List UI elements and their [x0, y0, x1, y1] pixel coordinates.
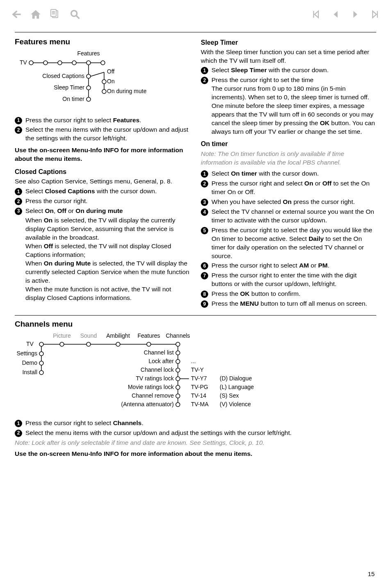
svg-text:Lock after: Lock after [149, 358, 174, 364]
step-text: Press the cursor right and select On or … [211, 179, 376, 197]
svg-text:(Antenna attenuator): (Antenna attenuator) [121, 401, 174, 407]
back-arrow-icon[interactable] [10, 8, 22, 21]
step-text: Press the cursor right to select Channel… [25, 419, 376, 428]
svg-point-10 [43, 61, 48, 65]
left-column: Features menu Features TV [15, 37, 190, 309]
first-page-icon[interactable] [310, 8, 322, 21]
svg-point-57 [39, 361, 43, 365]
toolbar-left [10, 8, 81, 21]
svg-point-45 [86, 342, 91, 346]
next-page-icon[interactable] [349, 8, 361, 21]
step-number-badge: 1 [201, 170, 208, 178]
step-number-badge: 1 [15, 420, 22, 427]
svg-text:On: On [107, 78, 115, 85]
svg-text:Channels: Channels [166, 332, 190, 339]
svg-text:(V) Violence: (V) Violence [220, 401, 251, 407]
svg-text:Features: Features [137, 332, 160, 339]
mid-rule [15, 315, 376, 316]
step-text: Select the TV channel or external source… [211, 208, 376, 225]
features-info-note: Use the on-screen Menu-Info INFO for mor… [15, 146, 190, 163]
svg-text:TV-MA: TV-MA [191, 401, 209, 407]
svg-point-12 [72, 61, 76, 65]
step-number-badge: 2 [201, 180, 208, 188]
step-text: Select Sleep Timer with the cursor down. [211, 66, 376, 75]
svg-text:Settings: Settings [16, 350, 37, 357]
svg-text:Demo: Demo [22, 359, 38, 366]
ontimer-step-7: 7Press the cursor right to enter the tim… [201, 271, 376, 288]
channels-diagram: Picture Sound Ambilight Features Channel… [15, 332, 376, 412]
top-rule [15, 32, 376, 32]
svg-text:Off: Off [107, 68, 115, 75]
pdf-toolbar [10, 4, 381, 25]
svg-line-29 [91, 72, 104, 76]
right-column: Sleep Timer With the Sleep timer functio… [201, 37, 376, 309]
ontimer-step-5: 5Press the cursor right to select the da… [201, 226, 376, 261]
svg-text:(D) Dialogue: (D) Dialogue [220, 375, 252, 382]
svg-point-23 [86, 86, 91, 90]
channels-step-2: 2Select the menu items with the cursor u… [15, 429, 376, 437]
svg-point-5 [71, 11, 77, 16]
step-number-badge: 3 [201, 199, 208, 206]
svg-text:TV-Y7: TV-Y7 [191, 375, 207, 382]
sleep-step-2: 2Press the cursor right to set the timeT… [201, 76, 376, 136]
toolbar-right [310, 8, 381, 21]
step-number-badge: 2 [15, 126, 22, 134]
svg-text:Install: Install [22, 369, 37, 375]
last-page-icon[interactable] [369, 8, 381, 21]
step-text: Select On, Off or On during mute [25, 207, 190, 215]
ontimer-note: Note: The On timer function is only avai… [201, 150, 376, 167]
step-number-badge: 3 [15, 208, 22, 215]
cc-head: Closed Captions [15, 167, 190, 176]
svg-text:Movie ratings lock: Movie ratings lock [128, 384, 174, 390]
svg-point-21 [86, 74, 91, 78]
svg-text:Channel remove: Channel remove [132, 392, 174, 399]
svg-point-73 [176, 385, 180, 389]
step-text: Press the cursor right to enter the time… [211, 271, 376, 288]
prev-page-icon[interactable] [330, 8, 342, 21]
svg-point-67 [176, 359, 180, 364]
step-number-badge: 7 [201, 272, 208, 279]
step-text: Select On timer with the cursor down. [211, 169, 376, 178]
step-text: Press the cursor right to select Feature… [25, 116, 190, 125]
sleep-step-1: 1Select Sleep Timer with the cursor down… [201, 66, 376, 75]
svg-point-48 [176, 342, 180, 346]
search-icon[interactable] [69, 8, 81, 21]
svg-point-77 [176, 403, 180, 407]
step-number-badge: 5 [201, 227, 208, 234]
features-step-1: 1Press the cursor right to select Featur… [15, 116, 190, 125]
svg-text:TV-Y: TV-Y [191, 366, 204, 373]
svg-text:Picture: Picture [53, 332, 71, 339]
svg-point-46 [116, 342, 120, 346]
svg-text:Sound: Sound [80, 332, 97, 339]
step-number-badge: 2 [201, 77, 208, 84]
svg-point-43 [39, 342, 43, 346]
cc-see: See also Caption Service, Settings menu,… [15, 177, 190, 186]
step-text: Select the menu items with the cursor up… [25, 429, 376, 437]
svg-point-11 [58, 61, 62, 65]
step-number-badge: 8 [201, 291, 208, 298]
step-text: When you have selected On press the curs… [211, 198, 376, 206]
features-diagram: Features TV Closed Captions Sleep Timer [15, 50, 190, 110]
svg-point-9 [29, 61, 33, 65]
svg-point-69 [176, 368, 180, 372]
svg-text:Sleep Timer: Sleep Timer [54, 84, 84, 91]
step-text: Select the menu items with the cursor up… [25, 126, 190, 143]
ontimer-step-1: 1Select On timer with the cursor down. [201, 169, 376, 178]
svg-text:TV: TV [20, 59, 27, 66]
svg-point-47 [147, 342, 151, 346]
step-text: Press the OK button to confirm. [211, 290, 376, 298]
step-text: Press the cursor right. [25, 197, 190, 206]
svg-point-75 [176, 394, 180, 398]
document-icon[interactable] [49, 8, 61, 21]
step-number-badge: 2 [15, 198, 22, 205]
cc-step-3: 3Select On, Off or On during mute [15, 207, 190, 215]
step-text: Press the cursor right to select the day… [211, 226, 376, 261]
ontimer-step-6: 6Press the cursor right to select AM or … [201, 261, 376, 270]
svg-text:Channel lock: Channel lock [141, 366, 174, 373]
ontimer-step-3: 3When you have selected On press the cur… [201, 198, 376, 206]
home-icon[interactable] [30, 8, 42, 21]
svg-text:On timer: On timer [62, 96, 84, 102]
svg-text:TV-14: TV-14 [191, 392, 207, 399]
svg-text:On during mute: On during mute [107, 88, 147, 94]
step-number-badge: 9 [201, 300, 208, 308]
